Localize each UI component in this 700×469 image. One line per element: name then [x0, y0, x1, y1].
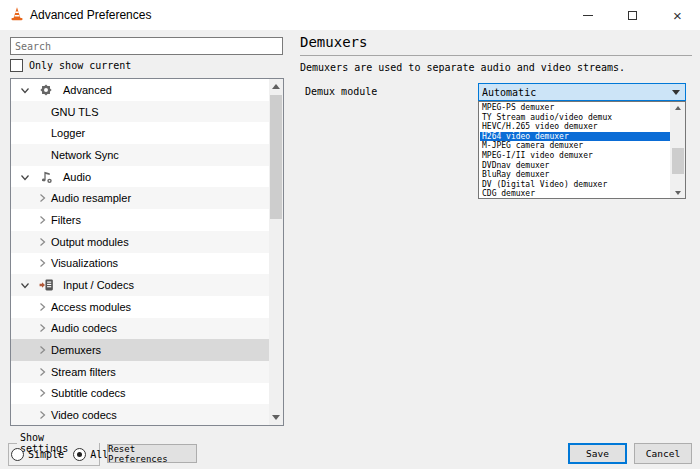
dropdown-item-mpeg-i-ii-video-demuxer[interactable]: MPEG-I/II video demuxer: [480, 151, 670, 161]
tree-scrollbar[interactable]: [269, 79, 283, 425]
demux-module-combobox[interactable]: Automatic: [478, 83, 686, 101]
tree-item-label: Logger: [51, 127, 85, 139]
close-icon: ×: [673, 8, 682, 23]
input-codecs-icon: [39, 278, 54, 292]
tree-item-output-modules[interactable]: Output modules: [11, 231, 269, 253]
tree-item-label: GNU TLS: [51, 106, 98, 118]
minimize-button[interactable]: [565, 0, 610, 30]
chevron-right-icon[interactable]: [36, 214, 48, 226]
tree-item-label: Audio codecs: [51, 322, 117, 334]
dropdown-item-bluray-demuxer[interactable]: BluRay demuxer: [480, 170, 670, 180]
preferences-tree: AdvancedGNU TLSLoggerNetwork SyncAudioAu…: [10, 78, 284, 426]
dropdown-item-h264-video-demuxer[interactable]: H264 video demuxer: [480, 132, 670, 142]
chevron-right-icon[interactable]: [36, 192, 48, 204]
tree-item-demuxers[interactable]: Demuxers: [11, 339, 269, 361]
chevron-right-icon[interactable]: [36, 344, 48, 356]
tree-item-video-codecs[interactable]: Video codecs: [11, 404, 269, 425]
radio-simple[interactable]: [11, 448, 24, 461]
tree-item-access-modules[interactable]: Access modules: [11, 296, 269, 318]
scroll-down-icon[interactable]: [269, 410, 283, 425]
dropdown-item-mpeg-ps-demuxer[interactable]: MPEG-PS demuxer: [480, 103, 670, 113]
chevron-right-icon[interactable]: [36, 236, 48, 248]
chevron-right-icon[interactable]: [36, 301, 48, 313]
dropdown-item-dv-digital-video-demuxer[interactable]: DV (Digital Video) demuxer: [480, 180, 670, 190]
chevron-down-icon[interactable]: [19, 84, 31, 96]
minimize-icon: [583, 15, 593, 16]
tree-item-label: Output modules: [51, 236, 129, 248]
tree-item-label: Stream filters: [51, 366, 116, 378]
scroll-down-icon[interactable]: [670, 187, 685, 198]
tree-item-gnu-tls[interactable]: GNU TLS: [11, 101, 269, 123]
tree-item-label: Demuxers: [51, 344, 101, 356]
chevron-right-icon[interactable]: [36, 322, 48, 334]
close-button[interactable]: ×: [655, 0, 700, 30]
scroll-up-icon[interactable]: [269, 79, 283, 94]
page-title: Demuxers: [300, 34, 367, 50]
dropdown-item-dvdnav-demuxer[interactable]: DVDnav demuxer: [480, 161, 670, 171]
tree-item-label: Filters: [51, 214, 81, 226]
dropdown-scrollbar-thumb[interactable]: [672, 148, 684, 174]
tree-item-label: Access modules: [51, 301, 131, 313]
tree-item-label: Audio: [63, 171, 91, 183]
dropdown-item-m-jpeg-camera-demuxer[interactable]: M-JPEG camera demuxer: [480, 141, 670, 151]
tree-item-audio-codecs[interactable]: Audio codecs: [11, 318, 269, 340]
dropdown-item-ty-stream-audio-video-demux[interactable]: TY Stream audio/video demux: [480, 113, 670, 123]
tree-item-label: Subtitle codecs: [51, 387, 126, 399]
maximize-icon: [628, 11, 637, 20]
vlc-cone-icon: [9, 6, 25, 26]
tree-item-subtitle-codecs[interactable]: Subtitle codecs: [11, 383, 269, 405]
tree-item-logger[interactable]: Logger: [11, 122, 269, 144]
only-show-current-option[interactable]: Only show current: [10, 58, 131, 72]
chevron-right-icon[interactable]: [36, 387, 48, 399]
tree-item-label: Advanced: [63, 84, 112, 96]
chevron-down-icon: [672, 90, 680, 95]
tree-rows: AdvancedGNU TLSLoggerNetwork SyncAudioAu…: [11, 79, 269, 425]
dropdown-scrollbar[interactable]: [670, 102, 685, 198]
dropdown-item-hevc-h-265-video-demuxer[interactable]: HEVC/H.265 video demuxer: [480, 122, 670, 132]
search-input[interactable]: [10, 37, 283, 55]
gear-icon: [39, 83, 54, 97]
tree-item-stream-filters[interactable]: Stream filters: [11, 361, 269, 383]
chevron-down-icon[interactable]: [19, 171, 31, 183]
tree-item-audio[interactable]: Audio: [11, 166, 269, 188]
demux-module-dropdown: MPEG-PS demuxerTY Stream audio/video dem…: [478, 101, 686, 199]
tree-item-audio-resampler[interactable]: Audio resampler: [11, 187, 269, 209]
audio-note-icon: [39, 170, 54, 184]
dropdown-items: MPEG-PS demuxerTY Stream audio/video dem…: [480, 103, 670, 197]
tree-item-label: Input / Codecs: [63, 279, 134, 291]
demux-module-label: Demux module: [305, 86, 377, 97]
radio-all[interactable]: [73, 448, 86, 461]
tree-item-label: Visualizations: [51, 257, 118, 269]
section-description: Demuxers are used to separate audio and …: [300, 62, 625, 73]
tree-item-network-sync[interactable]: Network Sync: [11, 144, 269, 166]
chevron-right-icon[interactable]: [36, 366, 48, 378]
only-show-current-checkbox[interactable]: [10, 59, 23, 72]
radio-all-label: All: [90, 449, 108, 460]
chevron-right-icon[interactable]: [36, 257, 48, 269]
reset-preferences-button[interactable]: Reset Preferences: [107, 444, 197, 463]
tree-scrollbar-thumb[interactable]: [270, 95, 282, 219]
heading-divider: [300, 55, 692, 56]
tree-item-label: Network Sync: [51, 149, 119, 161]
combobox-value: Automatic: [479, 87, 672, 98]
tree-item-label: Video codecs: [51, 409, 117, 421]
chevron-right-icon[interactable]: [36, 409, 48, 421]
tree-item-label: Audio resampler: [51, 192, 131, 204]
cancel-button[interactable]: Cancel: [634, 443, 692, 464]
advanced-preferences-window: { "window": { "title": "Advanced Prefere…: [0, 0, 700, 469]
dropdown-item-cdg-demuxer[interactable]: CDG demuxer: [480, 189, 670, 197]
tree-item-input-codecs[interactable]: Input / Codecs: [11, 274, 269, 296]
window-title: Advanced Preferences: [30, 8, 151, 22]
titlebar: Advanced Preferences ×: [0, 0, 700, 30]
only-show-current-label: Only show current: [29, 60, 131, 71]
tree-item-advanced[interactable]: Advanced: [11, 79, 269, 101]
radio-simple-label: Simple: [28, 449, 64, 460]
maximize-button[interactable]: [610, 0, 655, 30]
scroll-up-icon[interactable]: [670, 102, 685, 113]
chevron-down-icon[interactable]: [19, 279, 31, 291]
tree-item-visualizations[interactable]: Visualizations: [11, 253, 269, 275]
save-button[interactable]: Save: [568, 443, 627, 464]
tree-item-filters[interactable]: Filters: [11, 209, 269, 231]
